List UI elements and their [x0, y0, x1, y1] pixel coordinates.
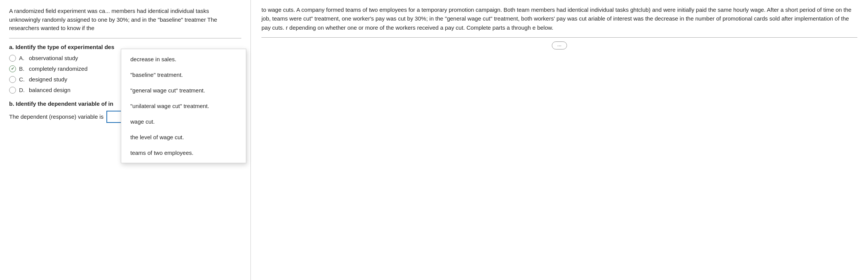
dropdown-item-2[interactable]: "general wage cut" treatment. [121, 83, 246, 98]
dropdown-item-6[interactable]: teams of two employees. [121, 145, 246, 161]
left-panel: A randomized field experiment was ca... … [0, 0, 251, 280]
radio-d[interactable] [9, 87, 16, 94]
response-prefix: The dependent (response) variable is [9, 113, 103, 120]
dropdown-item-3[interactable]: "unilateral wage cut" treatment. [121, 98, 246, 114]
option-d-letter: D. [19, 87, 26, 93]
option-c-letter: C. [19, 76, 26, 83]
radio-a[interactable] [9, 55, 16, 62]
ellipsis-row: ··· [261, 41, 857, 49]
dropdown-item-4[interactable]: wage cut. [121, 114, 246, 129]
option-d-text: balanced design [29, 87, 70, 93]
option-a-text: observational study [29, 55, 78, 61]
option-a-letter: A. [19, 55, 26, 61]
radio-b[interactable] [9, 65, 16, 72]
option-c-text: designed study [29, 76, 67, 83]
option-b-text: completely randomized [29, 65, 87, 72]
dropdown-item-0[interactable]: decrease in sales. [121, 51, 246, 67]
radio-c[interactable] [9, 76, 16, 83]
right-text: to wage cuts. A company formed teams of … [261, 5, 857, 32]
intro-text: A randomized field experiment was ca... … [9, 7, 241, 33]
dropdown-item-5[interactable]: the level of wage cut. [121, 129, 246, 145]
dropdown-item-1[interactable]: "baseline" treatment. [121, 67, 246, 83]
dropdown-panel[interactable]: decrease in sales. "baseline" treatment.… [121, 49, 246, 163]
right-divider [261, 37, 857, 38]
ellipsis-button[interactable]: ··· [552, 41, 567, 49]
option-b-letter: B. [19, 65, 26, 72]
divider-top [9, 38, 241, 38]
right-panel: to wage cuts. A company formed teams of … [251, 0, 868, 280]
